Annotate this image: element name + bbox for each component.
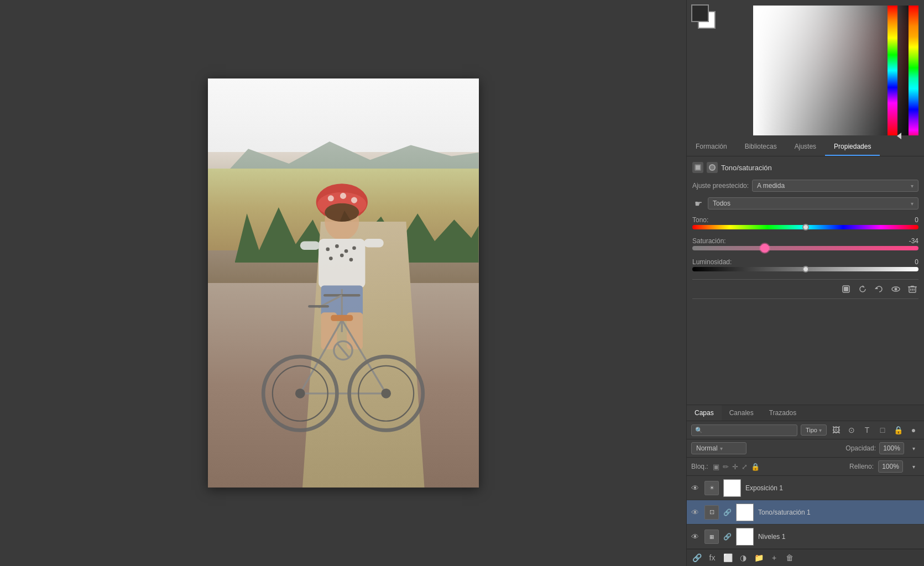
layer-link-icon[interactable]: 🔗 bbox=[723, 533, 732, 541]
layer-link-icon[interactable]: 🔗 bbox=[723, 509, 732, 516]
layer-icon-type[interactable]: T bbox=[861, 424, 873, 436]
layers-tab-capas[interactable]: Capas bbox=[687, 405, 722, 421]
layer-icon-lock[interactable]: 🔒 bbox=[892, 424, 904, 436]
svg-point-27 bbox=[295, 389, 305, 399]
visibility-toggle-icon[interactable]: 👁 bbox=[691, 532, 700, 541]
foreground-color-swatch[interactable] bbox=[691, 4, 709, 22]
photo-frame bbox=[208, 78, 479, 488]
layer-row[interactable]: 👁 ⊡ 🔗 Tono/saturación 1 bbox=[687, 500, 924, 525]
tono-slider-track[interactable] bbox=[692, 225, 918, 229]
canvas-area bbox=[0, 0, 686, 566]
hue-slider[interactable] bbox=[888, 6, 897, 135]
svg-rect-51 bbox=[911, 286, 914, 287]
svg-point-4 bbox=[351, 197, 357, 203]
blend-mode-value: Normal bbox=[696, 444, 718, 452]
layer-icon-image[interactable]: 🖼 bbox=[830, 424, 842, 436]
layers-tab-trazados[interactable]: Trazados bbox=[761, 405, 805, 421]
tono-value: 0 bbox=[896, 216, 918, 224]
add-mask-icon[interactable]: ⬜ bbox=[722, 552, 733, 563]
undo-icon[interactable] bbox=[873, 283, 885, 295]
panel-title: Tono/saturación bbox=[721, 164, 772, 172]
lock-row: Bloq.: ▣ ✏ ✛ ⤢ 🔒 Relleno: 100% ▾ bbox=[687, 458, 924, 476]
luminosidad-slider-track[interactable] bbox=[692, 267, 918, 271]
tab-formacion[interactable]: Formación bbox=[687, 138, 736, 156]
lock-move-icon[interactable]: ✛ bbox=[732, 463, 738, 471]
svg-rect-16 bbox=[364, 239, 384, 248]
tono-label: Tono: bbox=[692, 216, 708, 224]
layer-icon-circle[interactable]: ● bbox=[907, 424, 920, 436]
delete-layer-icon[interactable]: 🗑 bbox=[784, 552, 795, 563]
panel-tabs: Formación Bibliotecas Ajustes Propiedade… bbox=[687, 138, 924, 156]
fill-input[interactable]: 100% bbox=[878, 460, 903, 473]
hue-slider-arrow bbox=[897, 133, 901, 139]
reset-icon[interactable] bbox=[857, 283, 869, 295]
opacity-chevron-icon[interactable]: ▾ bbox=[907, 442, 920, 454]
layers-toolbar: 🔍 Tipo ▾ 🖼 ⊙ T □ 🔒 ● bbox=[687, 421, 924, 439]
lock-all-icon[interactable]: 🔒 bbox=[751, 463, 760, 471]
svg-point-6 bbox=[325, 203, 359, 222]
layer-name: Niveles 1 bbox=[758, 533, 920, 541]
levels-adjustment-icon: ▦ bbox=[704, 530, 719, 544]
layers-tab-canales[interactable]: Canales bbox=[722, 405, 761, 421]
tono-label-row: Tono: 0 bbox=[692, 216, 918, 224]
adjustment-icon bbox=[692, 162, 703, 173]
saturacion-slider-thumb[interactable] bbox=[760, 244, 769, 253]
svg-rect-41 bbox=[844, 287, 848, 291]
add-adjustment-icon[interactable]: ◑ bbox=[738, 552, 749, 563]
lock-checkerboard-icon[interactable]: ▣ bbox=[713, 463, 719, 471]
layer-icon-adjustment[interactable]: ⊙ bbox=[845, 424, 858, 436]
preset-label: Ajuste preestecido: bbox=[692, 182, 749, 190]
svg-point-39 bbox=[710, 165, 714, 170]
saturacion-slider-track[interactable] bbox=[692, 246, 918, 250]
hand-tool-icon[interactable]: ☛ bbox=[692, 197, 704, 209]
layers-section: Capas Canales Trazados 🔍 Tipo ▾ 🖼 ⊙ T □ … bbox=[687, 405, 924, 566]
luminosidad-label-row: Luminosidad: 0 bbox=[692, 258, 918, 266]
layer-name: Tono/saturación 1 bbox=[758, 509, 920, 516]
child-figure bbox=[248, 160, 438, 467]
visibility-icon[interactable] bbox=[890, 283, 902, 295]
preset-chevron-icon: ▾ bbox=[911, 183, 913, 189]
tab-propiedades[interactable]: Propiedades bbox=[825, 138, 880, 156]
svg-point-3 bbox=[340, 193, 346, 199]
search-icon: 🔍 bbox=[695, 427, 703, 434]
preset-dropdown[interactable]: A medida ▾ bbox=[752, 180, 918, 192]
lock-resize-icon[interactable]: ⤢ bbox=[742, 463, 748, 471]
opacity-input[interactable]: 100% bbox=[879, 442, 904, 454]
tab-ajustes[interactable]: Ajustes bbox=[786, 138, 825, 156]
layer-row[interactable]: 👁 ▦ 🔗 Niveles 1 bbox=[687, 525, 924, 549]
delete-icon[interactable] bbox=[906, 283, 918, 295]
layer-thumbnail bbox=[736, 528, 754, 546]
layer-thumbnail bbox=[723, 479, 741, 497]
tab-bibliotecas[interactable]: Bibliotecas bbox=[736, 138, 786, 156]
layer-type-icons: 🖼 ⊙ T □ 🔒 ● bbox=[830, 424, 920, 436]
visibility-toggle-icon[interactable]: 👁 bbox=[691, 484, 700, 492]
svg-point-11 bbox=[352, 246, 356, 250]
layer-icon-shape[interactable]: □ bbox=[876, 424, 889, 436]
color-picker-area bbox=[687, 0, 924, 138]
layer-row[interactable]: 👁 ☀ Exposición 1 bbox=[687, 476, 924, 500]
spectrum-bar[interactable] bbox=[909, 6, 918, 135]
layer-search-box[interactable]: 🔍 bbox=[691, 424, 797, 436]
fill-chevron-icon[interactable]: ▾ bbox=[907, 460, 920, 473]
luminosidad-value: 0 bbox=[896, 258, 918, 266]
svg-point-12 bbox=[329, 256, 333, 260]
add-group-icon[interactable]: 📁 bbox=[753, 552, 764, 563]
fill-label: Relleno: bbox=[849, 463, 874, 470]
layer-link-bottom-icon[interactable]: 🔗 bbox=[691, 552, 702, 563]
layer-type-dropdown[interactable]: Tipo ▾ bbox=[801, 424, 827, 436]
add-style-icon[interactable]: fx bbox=[707, 552, 718, 563]
visibility-toggle-icon[interactable]: 👁 bbox=[691, 508, 700, 517]
blend-mode-dropdown[interactable]: Normal ▾ bbox=[691, 442, 746, 454]
tono-slider-thumb[interactable] bbox=[802, 224, 809, 230]
svg-point-2 bbox=[328, 195, 334, 201]
type-chevron-icon: ▾ bbox=[819, 427, 822, 433]
svg-point-9 bbox=[335, 244, 339, 248]
blend-chevron-icon: ▾ bbox=[720, 446, 723, 452]
channel-dropdown[interactable]: Todos ▾ bbox=[708, 197, 918, 209]
lock-paint-icon[interactable]: ✏ bbox=[723, 463, 729, 471]
luminosidad-slider-thumb[interactable] bbox=[802, 266, 809, 272]
properties-header: Tono/saturación bbox=[692, 162, 918, 173]
clip-to-layer-icon[interactable] bbox=[840, 283, 852, 295]
svg-point-30 bbox=[381, 389, 391, 399]
add-layer-icon[interactable]: + bbox=[769, 552, 780, 563]
